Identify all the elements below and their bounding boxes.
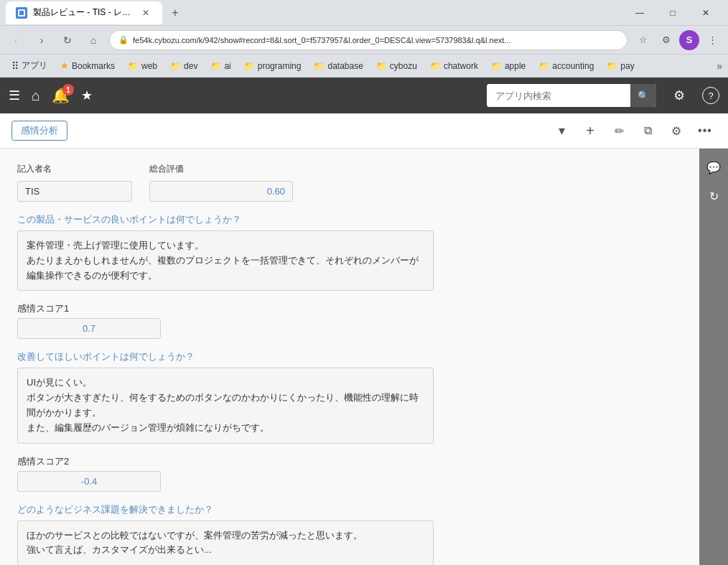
bookmark-cybozu[interactable]: 📁 cybozu (370, 58, 423, 74)
score1-field: 感情スコア1 0.7 (17, 302, 711, 339)
bookmark-ai[interactable]: 📁 ai (205, 58, 236, 74)
record-toolbar: 感情分析 ▾ + ✏ ⧉ ⚙ ••• (0, 113, 728, 149)
profile-button[interactable]: S (679, 30, 699, 50)
score2-label: 感情スコア2 (17, 455, 711, 468)
star-icon: ★ (60, 60, 69, 71)
tab-title: 製品レビュー - TIS - レコードの詳細 (33, 6, 134, 19)
bookmark-label: apple (505, 61, 526, 71)
folder-icon: 📁 (170, 61, 181, 71)
bookmark-chatwork[interactable]: 📁 chatwork (424, 58, 484, 74)
bookmark-web[interactable]: 📁 web (122, 58, 163, 74)
app-search-button[interactable]: 🔍 (630, 84, 656, 107)
bookmarks-folder[interactable]: ★ Bookmarks (55, 57, 121, 74)
bookmark-label: dev (184, 61, 197, 71)
folder-icon: 📁 (430, 61, 441, 71)
chrome-title-bar: 製品レビュー - TIS - レコードの詳細 ✕ + — □ ✕ (0, 0, 728, 26)
sentiment-analysis-tab[interactable]: 感情分析 (11, 121, 67, 141)
good-points-label: この製品・サービスの良いポイントは何でしょうか？ (17, 213, 711, 226)
settings-gear-icon[interactable]: ⚙ (673, 88, 685, 103)
speech-bubble-icon: 💬 (706, 161, 721, 174)
apps-grid-icon: ⠿ (11, 60, 19, 72)
app-search-input[interactable] (487, 84, 630, 107)
bookmark-label: accounting (552, 61, 594, 71)
dropdown-button[interactable]: ▾ (550, 119, 573, 142)
bookmarks-label: Bookmarks (72, 61, 115, 71)
apps-button[interactable]: ⠿ アプリ (6, 57, 53, 75)
bookmark-pay[interactable]: 📁 pay (601, 58, 640, 74)
folder-icon: 📁 (128, 61, 139, 71)
good-points-value: 案件管理・売上げ管理に使用しています。 あたりまえかもしれませんが、複数のプロジ… (17, 230, 434, 291)
url-bar[interactable]: 🔒 fe54k.cybozu.com/k/942/show#record=8&l… (109, 30, 627, 50)
window-controls: — □ ✕ (623, 0, 722, 26)
apps-label: アプリ (22, 60, 47, 72)
notification-bell[interactable]: 🔔 1 (52, 87, 70, 104)
bookmark-database[interactable]: 📁 database (308, 58, 368, 74)
reload-button[interactable]: ↻ (57, 30, 78, 50)
improve-label: 改善してほしいポイントは何でしょうか？ (17, 350, 711, 363)
bookmarks-bar: ⠿ アプリ ★ Bookmarks 📁 web 📁 dev 📁 ai 📁 pro… (0, 55, 728, 78)
app-search-bar: 🔍 (487, 84, 656, 107)
home-icon[interactable]: ⌂ (32, 88, 40, 104)
bookmark-programing[interactable]: 📁 programing (238, 58, 307, 74)
business-value: ほかのサービスとの比較ではないですが、案件管理の苦労が減ったと思います。 強いて… (17, 520, 434, 565)
bookmark-star-button[interactable]: ☆ (633, 30, 653, 50)
score2-field: 感情スコア2 -0.4 (17, 455, 711, 492)
edit-record-button[interactable]: ✏ (607, 119, 630, 142)
score2-value: -0.4 (17, 471, 161, 492)
rating-value: 0.60 (149, 181, 293, 202)
maximize-button[interactable]: □ (656, 0, 689, 26)
copy-record-button[interactable]: ⧉ (636, 119, 659, 142)
forward-button[interactable]: › (32, 30, 52, 50)
bookmarks-more-button[interactable]: » (717, 60, 722, 72)
folder-icon: 📁 (314, 61, 325, 71)
address-bar: ‹ › ↻ ⌂ 🔒 fe54k.cybozu.com/k/942/show#re… (0, 26, 728, 55)
folder-icon: 📁 (607, 61, 617, 71)
new-tab-button[interactable]: + (165, 3, 185, 23)
folder-icon: 📁 (244, 61, 255, 71)
bookmark-accounting[interactable]: 📁 accounting (533, 58, 599, 74)
comment-button[interactable]: 💬 (701, 154, 727, 180)
gear-icon: ⚙ (671, 124, 681, 138)
url-text: fe54k.cybozu.com/k/942/show#record=8&l.s… (133, 36, 618, 45)
ellipsis-icon: ••• (698, 124, 712, 137)
chrome-tab-active[interactable]: 製品レビュー - TIS - レコードの詳細 ✕ (6, 1, 162, 24)
folder-icon: 📁 (210, 61, 221, 71)
record-body: 記入者名 TIS 総合評価 0.60 この製品・サービスの良いポイントは何でしょ… (0, 149, 728, 565)
favorites-star-icon[interactable]: ★ (81, 88, 93, 103)
close-button[interactable]: ✕ (689, 0, 722, 26)
bookmark-label: pay (620, 61, 634, 71)
search-icon: 🔍 (638, 90, 649, 101)
history-button[interactable]: ↻ (701, 183, 727, 209)
app-header: ☰ ⌂ 🔔 1 ★ 🔍 ⚙ ? (0, 78, 728, 113)
back-button[interactable]: ‹ (6, 30, 26, 50)
bookmark-apple[interactable]: 📁 apple (485, 58, 531, 74)
help-icon[interactable]: ? (702, 87, 719, 104)
svg-rect-1 (19, 11, 24, 15)
rating-field-group: 総合評価 0.60 (149, 163, 293, 202)
minimize-button[interactable]: — (623, 0, 656, 26)
bookmark-label: database (327, 61, 363, 71)
tab-favicon (16, 7, 27, 19)
more-options-button[interactable]: ••• (694, 119, 717, 142)
home-button[interactable]: ⌂ (83, 30, 103, 50)
chrome-menu-button[interactable]: ⋮ (702, 30, 722, 50)
hamburger-menu-icon[interactable]: ☰ (9, 88, 20, 103)
bookmark-dev[interactable]: 📁 dev (164, 58, 203, 74)
add-record-button[interactable]: + (579, 119, 602, 142)
business-label: どのようなビジネス課題を解決できましたか？ (17, 503, 711, 516)
address-bar-actions: ☆ ⚙ S ⋮ (633, 30, 722, 50)
author-rating-row: 記入者名 TIS 総合評価 0.60 (17, 163, 711, 202)
page-content: 感情分析 ▾ + ✏ ⧉ ⚙ ••• (0, 113, 728, 565)
business-section: どのようなビジネス課題を解決できましたか？ ほかのサービスとの比較ではないですが… (17, 503, 711, 565)
lock-icon: 🔒 (118, 35, 129, 45)
score1-label: 感情スコア1 (17, 302, 711, 315)
improve-value: UIが見にくい。 ボタンが大きすぎたり、何をするためのボタンなのかわかりにくかっ… (17, 368, 434, 443)
tab-close-button[interactable]: ✕ (139, 6, 152, 19)
good-points-section: この製品・サービスの良いポイントは何でしょうか？ 案件管理・売上げ管理に使用して… (17, 213, 711, 291)
extensions-button[interactable]: ⚙ (656, 30, 676, 50)
rating-label: 総合評価 (149, 163, 293, 175)
clock-refresh-icon: ↻ (709, 190, 719, 203)
record-settings-button[interactable]: ⚙ (665, 119, 688, 142)
bookmark-label: cybozu (390, 61, 417, 71)
chevron-down-icon: ▾ (559, 123, 565, 139)
